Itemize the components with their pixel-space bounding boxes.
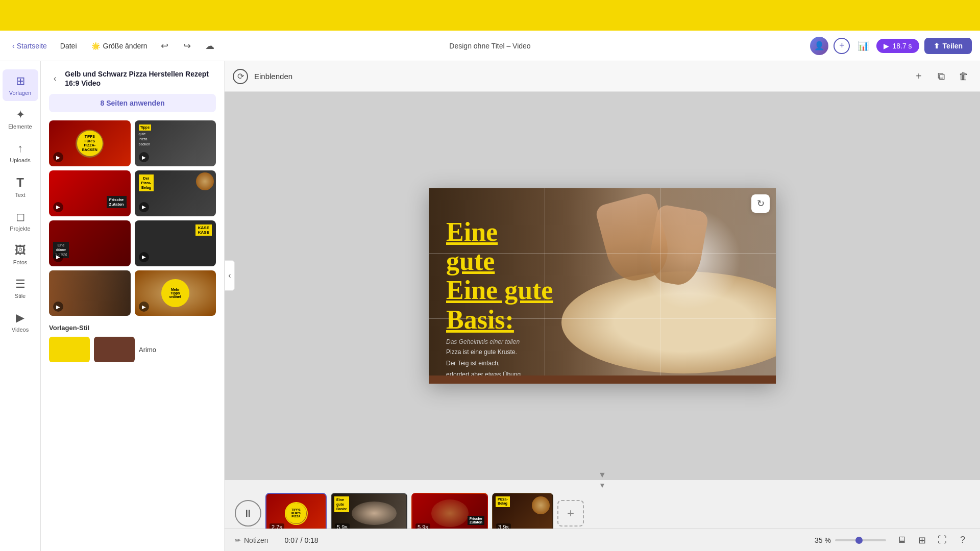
zoom-slider[interactable] xyxy=(835,539,886,541)
sidebar-item-uploads[interactable]: ↑ Uploads xyxy=(3,137,38,168)
toggle-panel-button[interactable]: ‹ xyxy=(225,260,235,291)
top-banner xyxy=(0,0,980,31)
resize-label: Größe ändern xyxy=(103,42,148,50)
resize-button[interactable]: 🌟 Größe ändern xyxy=(86,40,153,52)
share-button[interactable]: ⬆ Teilen xyxy=(924,38,972,54)
style-name: Arimo xyxy=(139,346,156,354)
bottom-bar: ✏ Notizen 0:07 / 0:18 35 % 🖥 ⊞ ⛶ ? xyxy=(225,529,980,551)
sidebar-item-stile[interactable]: ☰ Stile xyxy=(3,272,38,304)
heading-line2: gute xyxy=(446,246,495,276)
template-thumb-3[interactable]: FrischeZutaten ▶ xyxy=(49,170,131,216)
file-menu[interactable]: Datei xyxy=(55,40,82,52)
undo-button[interactable]: ↩ xyxy=(157,38,173,54)
canvas-viewport: Eine gute Eine gute Basis: Das Geheimnis… xyxy=(225,92,980,480)
title-text: Design ohne Titel – Video xyxy=(449,42,530,50)
play-overlay-1: ▶ xyxy=(53,152,63,162)
einblenden-label[interactable]: Einblenden xyxy=(254,72,292,81)
home-button[interactable]: ‹ Startseite xyxy=(8,40,51,52)
timeline-thumb-2[interactable]: EineguteBasis: 5.9s xyxy=(331,493,407,534)
timeline-thumb-4[interactable]: Pizza-Belag 3.9s xyxy=(492,493,553,534)
pause-play-button[interactable]: ⏸ xyxy=(235,500,261,527)
left-panel: ‹ Gelb und Schwarz Pizza Herstellen Reze… xyxy=(41,61,225,551)
play-overlay-2: ▶ xyxy=(139,152,149,162)
play-icon: ▶ xyxy=(884,42,889,50)
template-thumb-2[interactable]: Tipps gute Pizza backen ▶ xyxy=(135,120,216,166)
zoom-thumb xyxy=(855,537,863,544)
panel-back-button[interactable]: ‹ xyxy=(49,71,61,86)
desktop-view-button[interactable]: 🖥 xyxy=(894,533,909,547)
stile-label: Stile xyxy=(15,293,26,299)
canvas-area: ⟳ Einblenden + ⧉ 🗑 xyxy=(225,61,980,551)
sidebar-item-videos[interactable]: ▶ Videos xyxy=(3,306,38,338)
duration-label: 18.7 s xyxy=(892,42,912,50)
zoom-level: 35 % xyxy=(815,536,831,544)
help-button[interactable]: ? xyxy=(955,533,970,547)
canvas-frame[interactable]: Eine gute Eine gute Basis: Das Geheimnis… xyxy=(429,188,776,384)
panel-header: ‹ Gelb und Schwarz Pizza Herstellen Reze… xyxy=(41,61,224,94)
canvas-body-text-1: Pizza ist eine gute Kruste. xyxy=(446,347,620,357)
style-thumb-brown xyxy=(94,337,135,362)
pause-icon: ⏸ xyxy=(243,508,253,519)
canvas-text-block[interactable]: Eine gute Eine gute Basis: Das Geheimnis… xyxy=(446,217,620,379)
play-overlay-4: ▶ xyxy=(139,202,149,212)
fotos-icon: 🖼 xyxy=(15,244,26,257)
bottom-right-icons: 🖥 ⊞ ⛶ ? xyxy=(894,533,970,547)
template-thumb-1[interactable]: TIPPS FÜR'S PIZZA-BACKEN ▶ xyxy=(49,120,131,166)
timeline-area: ▼ ⏸ TIPPS FÜR'S PIZZA 2.7s xyxy=(225,480,980,551)
fullscreen-button[interactable]: ⛶ xyxy=(935,533,949,547)
sidebar-item-vorlagen[interactable]: ⊞ Vorlagen xyxy=(3,69,38,101)
play-overlay-6: ▶ xyxy=(139,252,149,262)
canvas-background: Eine gute Eine gute Basis: Das Geheimnis… xyxy=(429,188,776,384)
notes-label: Notizen xyxy=(244,536,268,544)
style-preview: Arimo xyxy=(49,337,216,362)
add-clip-button[interactable]: + xyxy=(557,500,584,527)
videos-icon: ▶ xyxy=(16,311,24,324)
canvas-body-text-2: Der Teig ist einfach, xyxy=(446,359,620,368)
avatar-button[interactable]: 👤 xyxy=(810,37,828,55)
canvas-bottom-bar xyxy=(429,375,776,384)
share-icon: ⬆ xyxy=(934,42,940,50)
add-to-canvas-button[interactable]: + xyxy=(911,68,927,85)
vorlage-stil-section: Vorlagen-Stil Arimo xyxy=(41,316,224,370)
home-label: Startseite xyxy=(17,42,47,50)
notes-button[interactable]: ✏ Notizen xyxy=(235,536,268,544)
einblenden-icon: ⟳ xyxy=(233,69,248,84)
play-overlay-3: ▶ xyxy=(53,202,63,212)
resize-icon: 🌟 xyxy=(91,42,100,50)
add-collaborator-button[interactable]: + xyxy=(834,38,850,54)
copy-canvas-button[interactable]: ⧉ xyxy=(933,68,949,85)
uploads-icon: ↑ xyxy=(17,142,23,155)
header: ‹ Startseite Datei 🌟 Größe ändern ↩ ↪ ☁ … xyxy=(0,31,980,61)
fotos-label: Fotos xyxy=(13,259,28,265)
delete-canvas-button[interactable]: 🗑 xyxy=(955,68,972,85)
timeline-thumb-3[interactable]: FrischeZutaten 5.9s xyxy=(411,493,488,534)
sidebar-item-text[interactable]: T Text xyxy=(3,170,38,203)
template-thumb-4[interactable]: DerPizza-Belag ▶ xyxy=(135,170,216,216)
sidebar-item-elemente[interactable]: ✦ Elemente xyxy=(3,103,38,135)
timeline-thumb-1[interactable]: TIPPS FÜR'S PIZZA 2.7s xyxy=(265,493,327,534)
preview-play-button[interactable]: ▶ 18.7 s xyxy=(876,39,919,53)
grid-view-button[interactable]: ⊞ xyxy=(915,533,929,547)
analytics-button[interactable]: 📊 xyxy=(855,38,871,54)
cloud-save-button[interactable]: ☁ xyxy=(202,38,218,54)
time-display: 0:07 / 0:18 xyxy=(284,536,318,544)
apply-pages-button[interactable]: 8 Seiten anwenden xyxy=(49,94,216,112)
timeline-expand-button[interactable]: ▼ xyxy=(225,480,980,490)
apply-label: 8 Seiten anwenden xyxy=(100,99,164,107)
template-thumb-6[interactable]: KÄSEKÄSE ▶ xyxy=(135,220,216,266)
file-label: Datei xyxy=(60,42,77,50)
template-thumb-7[interactable]: ▶ xyxy=(49,270,131,316)
user-avatar: 👤 xyxy=(810,37,828,55)
sidebar: ⊞ Vorlagen ✦ Elemente ↑ Uploads T Text ◻… xyxy=(0,61,41,551)
sidebar-item-projekte[interactable]: ◻ Projekte xyxy=(3,205,38,237)
refresh-button[interactable]: ↻ xyxy=(751,194,770,213)
vorlagen-icon: ⊞ xyxy=(16,74,25,88)
redo-button[interactable]: ↪ xyxy=(179,38,195,54)
template-thumb-5[interactable]: EinedünneSchicht ▶ xyxy=(49,220,131,266)
template-thumb-8[interactable]: MehrTippsonline! ▶ xyxy=(135,270,216,316)
elemente-icon: ✦ xyxy=(16,108,25,121)
text-icon: T xyxy=(16,176,24,190)
canvas-top-right-actions: + ⧉ 🗑 xyxy=(911,68,972,85)
heading-line1: Eine xyxy=(446,217,498,246)
sidebar-item-fotos[interactable]: 🖼 Fotos xyxy=(3,239,38,270)
